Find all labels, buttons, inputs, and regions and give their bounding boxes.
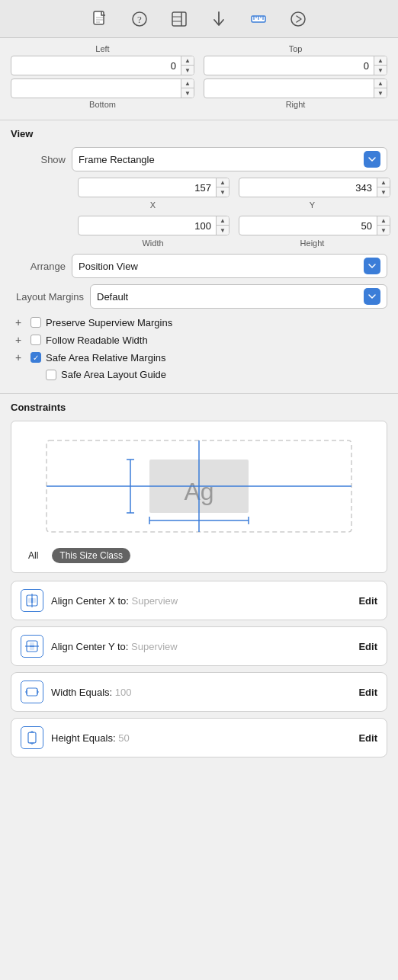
preserve-plus-btn[interactable]: + <box>15 316 26 328</box>
xy-labels-row: X Y <box>78 200 387 210</box>
tab-this-size-class[interactable]: This Size Class <box>52 548 130 563</box>
y-input[interactable] <box>239 180 377 196</box>
width-label: Width <box>78 239 228 248</box>
show-value: Frame Rectangle <box>79 154 361 165</box>
bottom-stepper-buttons: ▲ ▼ <box>181 79 194 98</box>
right-down-btn[interactable]: ▼ <box>374 88 387 98</box>
width-equals-label: Width Equals: <box>51 687 115 698</box>
show-dropdown[interactable]: Frame Rectangle <box>72 147 387 171</box>
x-label: X <box>78 200 228 210</box>
left-stepper-buttons: ▲ ▼ <box>181 56 194 75</box>
constraint-tabs: All This Size Class <box>19 543 379 565</box>
align-center-x-edit-btn[interactable]: Edit <box>358 595 377 607</box>
width-input[interactable] <box>79 218 216 234</box>
y-stepper[interactable]: ▲ ▼ <box>239 178 390 197</box>
preserve-superview-checkbox[interactable] <box>30 317 41 328</box>
width-equals-value: 100 <box>115 687 132 698</box>
width-stepper[interactable]: ▲ ▼ <box>78 216 229 235</box>
ruler-icon[interactable] <box>249 10 268 28</box>
safe-area-relative-plus-btn[interactable]: + <box>15 351 26 363</box>
x-up-btn[interactable]: ▲ <box>217 178 229 187</box>
bottom-stepper[interactable]: ▲ ▼ <box>11 78 194 98</box>
arrow-icon[interactable] <box>210 10 228 28</box>
right-up-btn[interactable]: ▲ <box>374 79 387 88</box>
height-field: ▲ ▼ <box>239 216 390 235</box>
safe-area-layout-row: Safe Area Layout Guide <box>11 369 387 380</box>
height-stepper[interactable]: ▲ ▼ <box>239 216 390 235</box>
bottom-input[interactable] <box>11 81 181 97</box>
align-center-y-value: Superview <box>131 641 178 652</box>
forward-icon[interactable] <box>289 10 307 28</box>
align-center-x-value: Superview <box>132 595 178 607</box>
show-row: Show Frame Rectangle <box>11 147 387 171</box>
left-input[interactable] <box>11 58 181 74</box>
right-input[interactable] <box>204 81 374 97</box>
top-up-btn[interactable]: ▲ <box>374 56 387 66</box>
height-equals-icon <box>21 726 43 749</box>
safe-area-layout-checkbox[interactable] <box>46 370 56 380</box>
left-stepper[interactable]: ▲ ▼ <box>11 56 194 75</box>
svg-text:?: ? <box>137 14 142 25</box>
width-up-btn[interactable]: ▲ <box>217 216 229 226</box>
bottom-down-btn[interactable]: ▼ <box>181 88 194 98</box>
follow-readable-checkbox[interactable] <box>30 335 41 345</box>
left-field-group: Left ▲ ▼ <box>11 44 194 75</box>
width-down-btn[interactable]: ▼ <box>217 226 229 235</box>
follow-readable-plus-btn[interactable]: + <box>15 334 26 346</box>
svg-rect-6 <box>172 12 186 26</box>
right-label: Right <box>286 100 306 109</box>
arrange-row: Arrange Position View <box>11 254 387 278</box>
height-input[interactable] <box>239 218 377 234</box>
top-stepper[interactable]: ▲ ▼ <box>204 56 387 75</box>
width-equals-edit-btn[interactable]: Edit <box>358 687 377 698</box>
left-up-btn[interactable]: ▲ <box>181 56 194 66</box>
safe-area-relative-checkbox[interactable] <box>30 352 41 363</box>
diagram-canvas: Ag <box>19 429 379 543</box>
file-icon[interactable] <box>91 10 109 28</box>
height-stepper-btns: ▲ ▼ <box>377 216 390 235</box>
align-center-y-icon <box>21 635 43 658</box>
top-input[interactable] <box>204 58 374 74</box>
x-down-btn[interactable]: ▼ <box>217 187 229 197</box>
svg-rect-36 <box>27 688 37 696</box>
bottom-field-group: ▲ ▼ Bottom <box>11 78 194 109</box>
height-up-btn[interactable]: ▲ <box>377 216 390 226</box>
height-equals-edit-btn[interactable]: Edit <box>358 732 377 744</box>
align-center-x-item: Align Center X to: Superview Edit <box>11 581 387 620</box>
help-icon[interactable]: ? <box>130 10 149 28</box>
height-label: Height <box>237 239 387 248</box>
y-down-btn[interactable]: ▼ <box>377 187 390 197</box>
top-down-btn[interactable]: ▼ <box>374 66 387 75</box>
preserve-superview-row: + Preserve Superview Margins <box>11 316 387 328</box>
arrange-dropdown[interactable]: Position View <box>72 254 387 278</box>
x-input[interactable] <box>79 180 216 196</box>
width-equals-item: Width Equals: 100 Edit <box>11 672 387 712</box>
height-down-btn[interactable]: ▼ <box>377 226 390 235</box>
safe-area-layout-label: Safe Area Layout Guide <box>61 369 166 380</box>
xy-container: ▲ ▼ ▲ ▼ X Y <box>11 178 387 248</box>
svg-rect-41 <box>28 732 36 743</box>
x-stepper[interactable]: ▲ ▼ <box>78 178 229 197</box>
align-center-y-text: Align Center Y to: Superview <box>51 641 351 652</box>
left-down-btn[interactable]: ▼ <box>181 66 194 75</box>
layout-margins-dropdown[interactable]: Default <box>90 284 387 309</box>
tab-all[interactable]: All <box>21 548 46 563</box>
y-field: ▲ ▼ <box>239 178 390 197</box>
bottom-up-btn[interactable]: ▲ <box>181 79 194 88</box>
show-label: Show <box>11 154 72 165</box>
right-stepper[interactable]: ▲ ▼ <box>204 78 387 98</box>
constraint-diagram: Ag All This Size Class <box>11 421 387 573</box>
align-center-y-edit-btn[interactable]: Edit <box>358 641 377 652</box>
constraints-section: Constraints Ag <box>0 394 398 771</box>
right-stepper-buttons: ▲ ▼ <box>374 79 387 98</box>
height-equals-label: Height Equals: <box>51 732 118 744</box>
inspector-icon[interactable] <box>170 10 188 28</box>
width-stepper-btns: ▲ ▼ <box>216 216 229 235</box>
wh-labels-row: Width Height <box>78 239 387 248</box>
safe-area-relative-row: + Safe Area Relative Margins <box>11 351 387 363</box>
constraint-diagram-svg: Ag <box>19 433 379 540</box>
width-equals-text: Width Equals: 100 <box>51 687 351 698</box>
show-dropdown-arrow <box>364 151 380 168</box>
height-equals-text: Height Equals: 50 <box>51 732 351 744</box>
y-up-btn[interactable]: ▲ <box>377 178 390 187</box>
